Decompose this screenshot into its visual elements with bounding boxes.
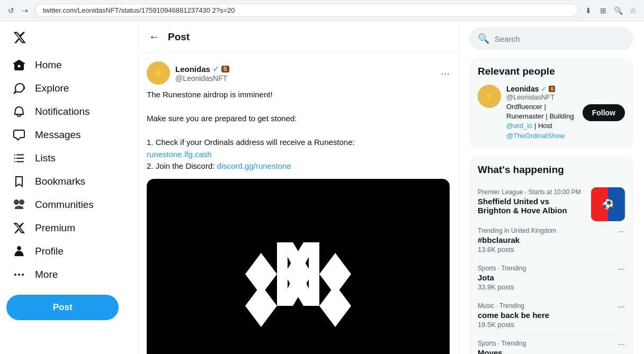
- sidebar-item-communities[interactable]: Communities: [6, 193, 131, 216]
- user-name-row: Leonidas ✓ S: [175, 64, 229, 74]
- tweet-area: ⚡ Leonidas ✓ S @LeonidasNFT ··· Th: [138, 53, 458, 354]
- translate-icon[interactable]: ⊞: [598, 6, 608, 15]
- sidebar-item-label-notifications: Notifications: [35, 106, 90, 117]
- bookmarks-icon: [13, 175, 25, 188]
- tweet-link-1[interactable]: runestone.lfg.cash: [147, 150, 212, 159]
- tweet-author-avatar[interactable]: ⚡: [147, 61, 170, 85]
- sidebar-item-label-communities: Communities: [35, 199, 94, 211]
- sidebar-item-label-explore: Explore: [35, 83, 69, 94]
- svg-text:⚽: ⚽: [602, 198, 614, 210]
- svg-text:⚡: ⚡: [484, 90, 496, 102]
- person-bio-link2[interactable]: @TheOrdinalShow: [506, 132, 565, 140]
- person-avatar[interactable]: ⚡: [478, 85, 501, 108]
- sidebar-item-label-bookmarks: Bookmarks: [35, 176, 85, 187]
- whats-happening-section: What's happening Premier League · Starts…: [469, 157, 633, 354]
- person-avatar-image: ⚡: [478, 85, 501, 108]
- person-bio-sep: | Host: [534, 122, 552, 130]
- post-button[interactable]: Post: [6, 295, 119, 320]
- sidebar-item-messages[interactable]: Messages: [6, 123, 131, 147]
- tweet-more-button[interactable]: ···: [441, 67, 450, 79]
- tweet-author-handle: @LeonidasNFT: [175, 74, 229, 83]
- svg-point-1: [18, 274, 20, 276]
- tweet-user-row: ⚡ Leonidas ✓ S @LeonidasNFT ···: [147, 61, 450, 85]
- trend-item-1: Trending in United Kingdom #bbclaurak 13…: [478, 222, 625, 259]
- more-icon: [13, 268, 25, 281]
- download-icon[interactable]: ⬇: [584, 6, 593, 15]
- main-content: ← Post ⚡ Leonidas ✓: [138, 21, 459, 354]
- trend-more-0[interactable]: ···: [618, 188, 625, 198]
- tweet-author-name: Leonidas: [175, 65, 210, 74]
- sidebar-item-premium[interactable]: Premium: [6, 216, 131, 240]
- refresh-icon[interactable]: ↺: [6, 6, 16, 15]
- address-bar[interactable]: twitter.com/LeonidasNFT/status/175910946…: [35, 4, 578, 17]
- relevant-people-section: Relevant people ⚡ Leonidas ✓ S @Leonidas…: [469, 58, 633, 148]
- person-info: Leonidas ✓ S @LeonidasNFT Ordfluencer | …: [506, 85, 577, 141]
- relevant-person-row: ⚡ Leonidas ✓ S @LeonidasNFT Ordfluencer …: [478, 85, 625, 141]
- trend-more-4[interactable]: ···: [618, 340, 625, 349]
- x-logo-icon: [13, 31, 26, 44]
- trend-name-2: Jota: [478, 273, 625, 282]
- sidebar-item-lists[interactable]: Lists: [6, 147, 131, 170]
- sidebar-item-explore[interactable]: Explore: [6, 77, 131, 100]
- person-name: Leonidas: [506, 85, 539, 93]
- trend-category-4: Sports · Trending: [478, 340, 625, 347]
- bookmark-star-icon[interactable]: ☆: [628, 6, 638, 15]
- svg-point-2: [22, 274, 24, 276]
- tweet-user-info: ⚡ Leonidas ✓ S @LeonidasNFT: [147, 61, 229, 85]
- tweet-link-2[interactable]: discord.gg/runestone: [217, 161, 291, 170]
- sidebar-item-label-lists: Lists: [35, 152, 56, 164]
- trend-posts-2: 33.9K posts: [478, 283, 625, 291]
- browser-controls: ↺ ⇢: [6, 6, 30, 15]
- tweet-line-3: 1. Check if your Ordinals address will r…: [147, 137, 450, 149]
- url-text: twitter.com/LeonidasNFT/status/175910946…: [43, 6, 235, 14]
- person-handle: @LeonidasNFT: [506, 93, 577, 101]
- notifications-icon: [13, 105, 25, 118]
- profile-icon: [13, 245, 25, 258]
- trend-item-0: Premier League · Starts at 10:00 PM Shef…: [478, 183, 625, 222]
- back-button[interactable]: ←: [147, 29, 162, 45]
- trend-more-2[interactable]: ···: [618, 265, 625, 274]
- tweet-line-1: The Runestone airdrop is imminent!: [147, 89, 450, 101]
- sidebar-item-label-more: More: [35, 269, 58, 280]
- nft-badge: S: [221, 66, 229, 72]
- person-bio-link1[interactable]: @ord_io: [506, 122, 532, 130]
- trend-more-1[interactable]: ···: [618, 227, 625, 237]
- zoom-icon[interactable]: 🔍: [613, 6, 623, 15]
- verified-icon: ✓: [212, 64, 219, 74]
- follow-button[interactable]: Follow: [583, 104, 625, 121]
- app-layout: Home Explore Notifications Messages List…: [0, 21, 644, 354]
- whats-happening-title: What's happening: [478, 164, 625, 176]
- sidebar-item-label-home: Home: [35, 59, 62, 71]
- trend-posts-1: 13.6K posts: [478, 246, 625, 253]
- home-icon: [13, 59, 25, 71]
- relevant-people-title: Relevant people: [478, 66, 625, 77]
- search-icon: 🔍: [478, 33, 489, 44]
- trend-more-3[interactable]: ···: [618, 302, 625, 312]
- avatar-image: ⚡: [147, 61, 170, 85]
- trend-name-4: Moyes: [478, 348, 625, 354]
- sidebar-item-home[interactable]: Home: [6, 53, 131, 77]
- tweet-image: [147, 179, 450, 355]
- svg-point-0: [14, 274, 16, 276]
- right-panel: 🔍 Relevant people ⚡ Leonidas ✓ S: [459, 21, 644, 354]
- sidebar-item-notifications[interactable]: Notifications: [6, 100, 131, 123]
- sidebar-item-label-profile: Profile: [35, 246, 64, 257]
- search-input[interactable]: [495, 34, 625, 43]
- trend-posts-3: 19.5K posts: [478, 321, 625, 329]
- post-title: Post: [168, 31, 190, 43]
- person-badge: S: [549, 86, 555, 92]
- nav-icon[interactable]: ⇢: [20, 6, 30, 15]
- explore-icon: [13, 82, 25, 95]
- lists-icon: [13, 152, 25, 165]
- trend-category-1: Trending in United Kingdom: [478, 227, 625, 234]
- sidebar-item-bookmarks[interactable]: Bookmarks: [6, 170, 131, 193]
- sidebar-item-more[interactable]: More: [6, 263, 131, 286]
- messages-icon: [13, 129, 25, 141]
- sidebar-item-profile[interactable]: Profile: [6, 240, 131, 263]
- sidebar-logo[interactable]: [6, 25, 131, 51]
- trend-item-3: Music · Trending come back be here 19.5K…: [478, 297, 625, 334]
- search-bar[interactable]: 🔍: [469, 28, 633, 50]
- browser-bar: ↺ ⇢ twitter.com/LeonidasNFT/status/17591…: [0, 0, 644, 21]
- tweet-line-4: 2. Join the Discord: discord.gg/runeston…: [147, 160, 450, 173]
- person-bio-line1: Ordfluencer | Runemaster | Building: [506, 103, 574, 120]
